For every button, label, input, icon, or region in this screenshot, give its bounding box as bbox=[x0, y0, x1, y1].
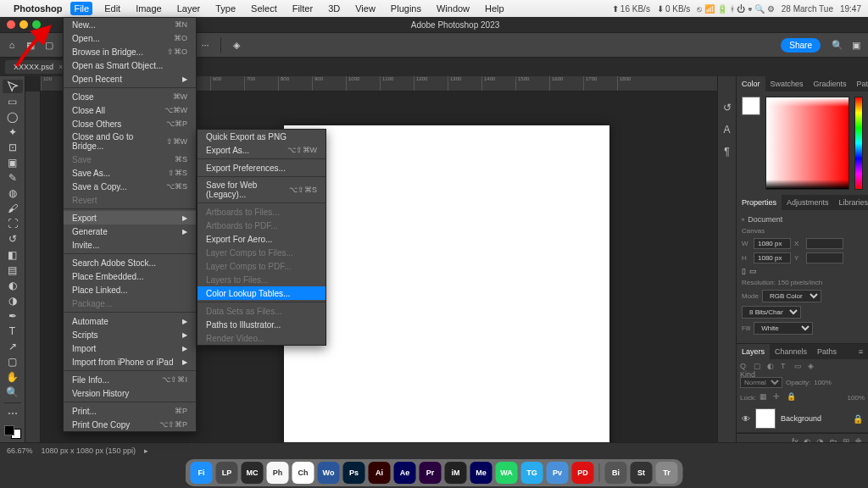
hue-slider[interactable] bbox=[854, 97, 863, 190]
crop-tool[interactable]: ⊡ bbox=[3, 141, 23, 154]
search-icon[interactable]: 🔍 bbox=[831, 38, 844, 52]
menu-plugins[interactable]: Plugins bbox=[387, 2, 425, 15]
height-input[interactable] bbox=[754, 252, 791, 263]
zoom-tool[interactable]: 🔍 bbox=[3, 385, 23, 399]
orient-portrait-icon[interactable]: ▯ bbox=[742, 267, 746, 275]
tab-adjustments[interactable]: Adjustments bbox=[782, 195, 834, 210]
dock-app[interactable]: Ps bbox=[343, 462, 365, 484]
fill-select[interactable]: White bbox=[754, 322, 813, 335]
file-menu-item[interactable]: Print One Copy⌥⇧⌘P bbox=[64, 418, 196, 431]
menu-file[interactable]: File bbox=[70, 2, 92, 15]
menu-type[interactable]: Type bbox=[212, 2, 239, 15]
menu-view[interactable]: View bbox=[352, 2, 379, 15]
file-menu-item[interactable]: Place Embedded... bbox=[64, 269, 196, 283]
orient-landscape-icon[interactable]: ▭ bbox=[749, 267, 757, 275]
character-icon[interactable]: A bbox=[723, 124, 730, 136]
dock-app[interactable]: WA bbox=[496, 462, 518, 484]
dock-app[interactable]: Tr bbox=[656, 462, 678, 484]
panel-menu-icon[interactable]: ≡ bbox=[854, 344, 868, 359]
file-menu-item[interactable]: Browse in Bridge...⇧⌘O bbox=[64, 45, 196, 58]
file-menu-item[interactable]: Import▶ bbox=[64, 341, 196, 355]
tab-patterns[interactable]: Patterns bbox=[852, 76, 868, 92]
file-menu-item[interactable]: Save As...⇧⌘S bbox=[64, 166, 196, 180]
dock-app[interactable]: St bbox=[631, 462, 653, 484]
dock-app[interactable]: iM bbox=[445, 462, 467, 484]
wand-tool[interactable]: ✦ bbox=[3, 125, 23, 139]
color-picker[interactable] bbox=[765, 97, 849, 190]
menu-window[interactable]: Window bbox=[433, 2, 473, 15]
eraser-tool[interactable]: ◧ bbox=[3, 248, 23, 262]
dock-app[interactable]: Wo bbox=[318, 462, 340, 484]
file-menu-item[interactable]: Version History bbox=[64, 386, 196, 400]
menu-select[interactable]: Select bbox=[248, 2, 281, 15]
workspace-icon[interactable]: ▣ bbox=[849, 38, 863, 52]
dock-app[interactable]: Ch bbox=[292, 462, 314, 484]
dock-app[interactable]: TG bbox=[521, 462, 543, 484]
file-menu-item[interactable]: Scripts▶ bbox=[64, 328, 196, 341]
tab-properties[interactable]: Properties bbox=[737, 195, 782, 210]
mask-icon[interactable]: ◐ bbox=[804, 437, 811, 442]
menu-image[interactable]: Image bbox=[132, 2, 165, 15]
filter-adjust-icon[interactable]: ◐ bbox=[767, 362, 777, 372]
heal-tool[interactable]: ◍ bbox=[3, 186, 23, 200]
depth-select[interactable]: 8 Bits/Channel bbox=[742, 306, 801, 319]
menu-layer[interactable]: Layer bbox=[174, 2, 204, 15]
menu-filter[interactable]: Filter bbox=[289, 2, 316, 15]
lock-icon[interactable]: 🔒 bbox=[853, 414, 863, 424]
stamp-tool[interactable]: ⛶ bbox=[3, 217, 23, 230]
export-menu-item[interactable]: Color Lookup Tables... bbox=[198, 286, 326, 300]
adjustment-icon[interactable]: ◑ bbox=[816, 437, 824, 442]
document-tab[interactable]: XXXXX.psd × bbox=[5, 60, 71, 74]
tab-channels[interactable]: Channels bbox=[770, 344, 812, 359]
tab-paths[interactable]: Paths bbox=[812, 344, 842, 359]
dock-app[interactable]: Ae bbox=[394, 462, 416, 484]
group-icon[interactable]: 🗀 bbox=[829, 437, 837, 442]
filter-type-icon[interactable]: T bbox=[781, 362, 791, 372]
y-input[interactable] bbox=[806, 252, 843, 263]
dock-app[interactable]: LP bbox=[216, 462, 238, 484]
width-input[interactable] bbox=[754, 238, 791, 249]
file-menu-item[interactable]: Export▶ bbox=[64, 211, 196, 225]
edit-toolbar[interactable]: ⋯ bbox=[3, 407, 23, 420]
export-menu-item[interactable]: Export Preferences... bbox=[198, 161, 326, 175]
fg-bg-colors[interactable] bbox=[4, 425, 21, 439]
lock-pixels-icon[interactable]: ▦ bbox=[760, 392, 770, 402]
3d-icon[interactable]: ◈ bbox=[230, 38, 243, 52]
canvas[interactable] bbox=[284, 125, 609, 442]
fx-icon[interactable]: fx bbox=[792, 437, 798, 442]
frame-tool[interactable]: ▣ bbox=[3, 156, 23, 169]
window-close-button[interactable] bbox=[7, 20, 15, 29]
menu-3d[interactable]: 3D bbox=[325, 2, 343, 15]
lock-all-icon[interactable]: 🔒 bbox=[787, 392, 797, 402]
export-menu-item[interactable]: Export For Aero... bbox=[198, 232, 326, 246]
new-layer-icon[interactable]: ⊞ bbox=[843, 437, 849, 442]
fill-opacity[interactable]: 100% bbox=[848, 394, 865, 402]
home-icon[interactable]: ⌂ bbox=[5, 38, 19, 52]
eyedropper-tool[interactable]: ✎ bbox=[3, 171, 23, 185]
blend-mode-select[interactable]: Normal bbox=[740, 377, 782, 388]
tab-swatches[interactable]: Swatches bbox=[765, 76, 809, 92]
file-menu-item[interactable]: New...⌘N bbox=[64, 18, 196, 31]
file-menu-item[interactable]: Automate▶ bbox=[64, 314, 196, 328]
dock-app[interactable]: MC bbox=[242, 462, 264, 484]
file-menu-item[interactable]: Search Adobe Stock... bbox=[64, 256, 196, 269]
tab-layers[interactable]: Layers bbox=[737, 344, 770, 359]
brush-tool[interactable]: 🖌 bbox=[3, 202, 23, 215]
menubar-time[interactable]: 19:47 bbox=[840, 4, 861, 14]
gradient-tool[interactable]: ▤ bbox=[3, 263, 23, 277]
paragraph-icon[interactable]: ¶ bbox=[724, 146, 729, 158]
export-menu-item[interactable]: Export As...⌥⇧⌘W bbox=[198, 143, 326, 157]
tab-color[interactable]: Color bbox=[737, 76, 765, 92]
dodge-tool[interactable]: ◑ bbox=[3, 294, 23, 308]
file-menu-item[interactable]: Import from iPhone or iPad▶ bbox=[64, 355, 196, 369]
file-menu-item[interactable]: Place Linked... bbox=[64, 283, 196, 297]
type-tool[interactable]: T bbox=[3, 324, 23, 338]
share-button[interactable]: Share bbox=[781, 38, 821, 53]
mode-select[interactable]: RGB Color bbox=[762, 290, 821, 302]
file-menu-item[interactable]: Close Others⌥⌘P bbox=[64, 117, 196, 130]
filter-pixel-icon[interactable]: ▢ bbox=[754, 362, 764, 372]
tab-libraries[interactable]: Libraries bbox=[834, 195, 868, 210]
file-menu-item[interactable]: Open...⌘O bbox=[64, 31, 196, 45]
file-menu-item[interactable]: Open Recent▶ bbox=[64, 72, 196, 86]
visibility-icon[interactable]: 👁 bbox=[742, 414, 750, 424]
